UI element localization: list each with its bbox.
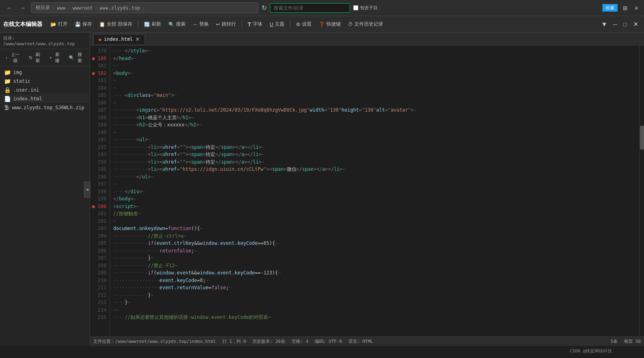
window-close-button[interactable]: ✕ [631, 20, 641, 29]
breadcrumb: 根目录 › www › wwwroot › www.zlyyds.top › [31, 2, 258, 13]
file-tabs: ◈ index.html ✕ [90, 33, 644, 46]
code-line: ············<li><a href=""><span>待定</spa… [110, 144, 639, 151]
code-line: ~ [110, 77, 639, 84]
shortcuts-icon: ❓ [319, 22, 325, 27]
history-button[interactable]: ⏱ 文件历史记录 [345, 19, 386, 29]
browser-refresh-button[interactable]: ↻ [262, 4, 267, 12]
html-file-icon: 📄 [4, 96, 11, 102]
code-line: ~ [110, 99, 639, 107]
font-icon: T [248, 21, 251, 28]
sidebar-search-icon: 🔍 [69, 55, 74, 60]
window-minimize-button[interactable]: ─ [611, 20, 620, 28]
sidebar: 目录: /www/wwwroot/www.zlyyds.top ↑ 上一级 ↻ … [0, 33, 90, 346]
shortcuts-button[interactable]: ❓ 快捷键 [316, 19, 344, 29]
folder-icon: 📁 [4, 69, 11, 76]
settings-icon: ⚙ [296, 22, 300, 27]
save-all-button[interactable]: 📋 全部部保存 [96, 19, 136, 29]
theme-button[interactable]: U 主题 [266, 19, 288, 29]
browser-bar: ← → 根目录 › www › wwwroot › www.zlyyds.top… [0, 0, 644, 16]
code-line: ················event.returnValue = fals… [110, 284, 639, 292]
goto-button[interactable]: ↩ 跳转行 [213, 19, 239, 29]
scrollbar-thumb[interactable] [640, 126, 644, 150]
save-button[interactable]: 💾 保存 [72, 19, 95, 29]
sidebar-wrapper: 目录: /www/wwwroot/www.zlyyds.top ↑ 上一级 ↻ … [0, 33, 90, 346]
sidebar-refresh-icon: ↻ [29, 55, 32, 60]
list-item[interactable]: 📁 static [0, 77, 90, 86]
breadcrumb-wwwroot[interactable]: wwwroot [72, 5, 93, 11]
code-line: ············if (event.ctrlKey && window.… [110, 240, 639, 247]
list-item[interactable]: 🔒 .user.ini [0, 86, 90, 94]
grid-view-button[interactable]: ⊞ [621, 4, 630, 12]
file-tab-index[interactable]: ◈ index.html ✕ [93, 34, 145, 44]
history-icon: ⏱ [348, 22, 353, 27]
file-name: index.html [13, 96, 42, 102]
code-line: document.onkeydown = function(){~ [110, 225, 639, 232]
list-item[interactable]: 🗜 www.zlyyds.top_SJ6WLh.zip [0, 103, 90, 112]
indent-size: 空格: 4 [292, 338, 308, 344]
file-search-input[interactable] [270, 3, 350, 13]
sidebar-refresh-button[interactable]: ↻ 刷新 [26, 51, 44, 64]
line-numbers: 179 ● 180 181 ● 182 183 184 185 186 187 … [90, 46, 110, 336]
sidebar-nav: ↑ 上一级 ↻ 刷新 + 新建 🔍 搜索 [0, 49, 90, 66]
code-line: ················return false;~ [110, 247, 639, 255]
code-line: <body>~ [110, 70, 639, 77]
breadcrumb-root[interactable]: 根目录 [36, 4, 50, 11]
code-line: <script>~ [110, 203, 639, 210]
replace-icon: ↔ [193, 22, 198, 27]
code-line: ············//禁止·ctrl+u~ [110, 232, 639, 240]
collapse-icon: ◀ [86, 187, 88, 192]
breadcrumb-domain[interactable]: www.zlyyds.top [100, 5, 140, 11]
refresh-button[interactable]: 🔄 刷新 [141, 19, 164, 29]
code-line: ~ [110, 84, 639, 92]
code-line: ····}~ [110, 299, 639, 306]
editor-toolbar: 在线文本编辑器 📂 打开 💾 保存 📋 全部部保存 🔄 刷新 🔍 搜索 ↔ 替换… [0, 16, 644, 33]
toolbar-collapse-button[interactable]: ▼ [600, 19, 609, 30]
open-button[interactable]: 📂 打开 [47, 19, 71, 29]
scrollbar[interactable] [639, 46, 644, 336]
code-line: ····//如果还要禁止其他键的话搜·window.event.keyCode的… [110, 314, 639, 321]
code-line: ············<li><a href=""><span>待定</spa… [110, 158, 639, 166]
code-line: </head>~ [110, 55, 639, 62]
sidebar-search-button[interactable]: 🔍 搜索 [66, 51, 86, 64]
favorites-button[interactable]: 收藏 [602, 4, 618, 12]
file-name: img [13, 70, 22, 75]
back-button[interactable]: ← [4, 3, 14, 13]
sidebar-collapse-button[interactable]: ◀ [84, 182, 90, 198]
forward-button[interactable]: → [18, 3, 28, 13]
cursor-position: 行 1，列 0 [222, 338, 246, 344]
encoding-status: 编码: UTF-8 [315, 338, 342, 344]
window-maximize-button[interactable]: □ [621, 20, 629, 28]
file-name: .user.ini [13, 87, 39, 93]
folder-icon: 📁 [4, 78, 11, 84]
code-line: ····<div class="main">~ [110, 92, 639, 99]
settings-button[interactable]: ⚙ 设置 [293, 19, 315, 29]
code-line: ············}~ [110, 292, 639, 299]
code-line: ····</style>~ [110, 47, 639, 55]
list-item-active[interactable]: 📄 index.html [0, 94, 90, 103]
code-line: ········<h1>桃蓝个人主页</h1>~ [110, 114, 639, 122]
code-line: ~ [110, 129, 639, 136]
code-line: ········<img src=" https://s2.loli.net/2… [110, 106, 639, 114]
code-line: ················event.keyCode = 0;~ [110, 277, 639, 284]
list-item[interactable]: 📁 img [0, 68, 90, 77]
result-count: 5条 [611, 338, 618, 344]
editor-main-wrapper: ◈ index.html ✕ 179 ● 180 181 ● 182 183 1… [90, 33, 644, 346]
new-file-button[interactable]: + 新建 [47, 51, 64, 64]
search-button[interactable]: 🔍 搜索 [165, 19, 189, 29]
replace-button[interactable]: ↔ 替换 [190, 19, 212, 29]
main-content: 目录: /www/wwwroot/www.zlyyds.top ↑ 上一级 ↻ … [0, 33, 644, 346]
list-view-button[interactable]: ≡ [633, 4, 640, 12]
editor-title: 在线文本编辑器 [3, 21, 42, 28]
code-line: ~ [110, 62, 639, 70]
include-sub-checkbox[interactable] [353, 5, 358, 10]
code-line: ····</div>~ [110, 188, 639, 196]
code-content[interactable]: ····</style>~ </head>~ ~ <body>~ ~ ~ ···… [110, 46, 639, 336]
tab-close-button[interactable]: ✕ [135, 36, 140, 42]
file-icon: 🔒 [4, 87, 11, 93]
font-button[interactable]: T 字体 [244, 19, 266, 29]
per-page: 每页 50 [624, 338, 641, 344]
up-button[interactable]: ↑ 上一级 [3, 51, 24, 64]
up-icon: ↑ [6, 55, 8, 60]
save-icon: 💾 [75, 22, 81, 27]
breadcrumb-www[interactable]: www [57, 5, 66, 11]
